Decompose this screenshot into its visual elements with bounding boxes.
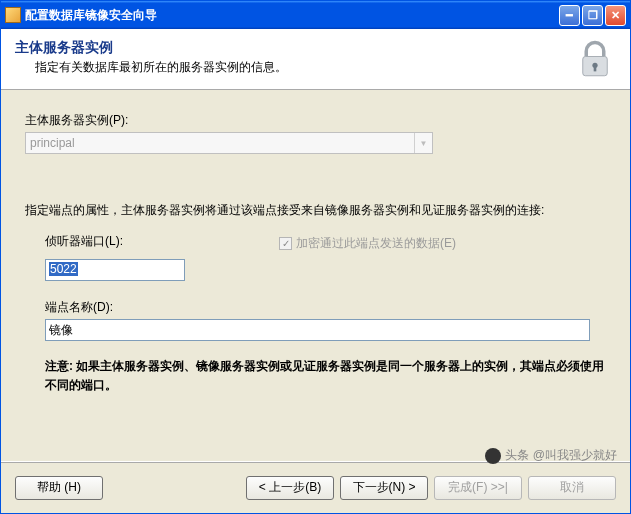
avatar-icon [485, 448, 501, 464]
svg-rect-2 [594, 65, 597, 71]
window-title: 配置数据库镜像安全向导 [25, 7, 559, 24]
titlebar: 配置数据库镜像安全向导 ━ ❐ ✕ [1, 1, 630, 29]
next-button[interactable]: 下一步(N) > [340, 476, 428, 500]
maximize-button[interactable]: ❐ [582, 5, 603, 26]
endpoint-description: 指定端点的属性，主体服务器实例将通过该端点接受来自镜像服务器实例和见证服务器实例… [25, 202, 606, 219]
encrypt-label: 加密通过此端点发送的数据(E) [296, 235, 456, 252]
wizard-content: 主体服务器实例(P): principal ▼ 指定端点的属性，主体服务器实例将… [1, 90, 630, 461]
lock-icon [574, 39, 616, 81]
minimize-button[interactable]: ━ [559, 5, 580, 26]
wizard-footer: 帮助 (H) < 上一步(B) 下一步(N) > 完成(F) >>| 取消 [1, 461, 630, 513]
principal-label: 主体服务器实例(P): [25, 112, 606, 129]
endpoint-name-label: 端点名称(D): [45, 299, 606, 316]
principal-combobox: principal ▼ [25, 132, 433, 154]
listener-port-label: 侦听器端口(L): [45, 233, 123, 250]
watermark: 头条 @叫我强少就好 [485, 447, 617, 464]
chevron-down-icon: ▼ [414, 133, 432, 153]
app-icon [5, 7, 21, 23]
page-title: 主体服务器实例 [15, 39, 574, 57]
encrypt-checkbox: ✓ [279, 237, 292, 250]
endpoint-name-value: 镜像 [49, 323, 73, 337]
back-button[interactable]: < 上一步(B) [246, 476, 334, 500]
endpoint-name-input[interactable]: 镜像 [45, 319, 590, 341]
note-text: 注意: 如果主体服务器实例、镜像服务器实例或见证服务器实例是同一个服务器上的实例… [45, 357, 606, 395]
listener-port-value: 5022 [49, 262, 78, 276]
cancel-button: 取消 [528, 476, 616, 500]
close-button[interactable]: ✕ [605, 5, 626, 26]
wizard-window: 配置数据库镜像安全向导 ━ ❐ ✕ 主体服务器实例 指定有关数据库最初所在的服务… [0, 0, 631, 514]
wizard-header: 主体服务器实例 指定有关数据库最初所在的服务器实例的信息。 [1, 29, 630, 90]
encrypt-checkbox-row: ✓ 加密通过此端点发送的数据(E) [279, 235, 456, 252]
finish-button: 完成(F) >>| [434, 476, 522, 500]
watermark-text: 头条 @叫我强少就好 [505, 447, 617, 464]
principal-value: principal [30, 136, 75, 150]
listener-port-input[interactable]: 5022 [45, 259, 185, 281]
help-button[interactable]: 帮助 (H) [15, 476, 103, 500]
page-subtitle: 指定有关数据库最初所在的服务器实例的信息。 [15, 59, 574, 76]
